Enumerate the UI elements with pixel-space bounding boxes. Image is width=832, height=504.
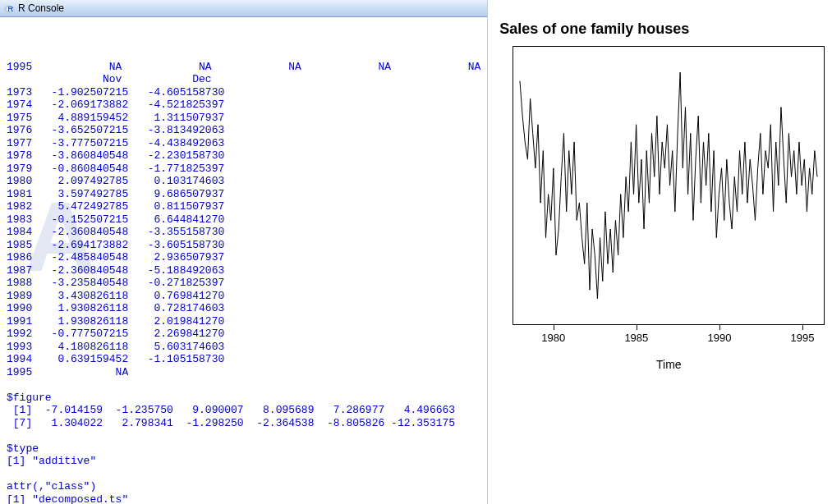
x-axis-label: Time	[513, 358, 825, 371]
plot-title: Sales of one family houses	[499, 21, 825, 38]
x-tick-label: 1990	[707, 332, 731, 344]
x-tick	[554, 325, 554, 330]
window-title: R Console	[18, 2, 64, 14]
x-tick-label: 1995	[791, 332, 815, 344]
titlebar[interactable]: R R Console	[0, 0, 487, 17]
svg-text:R: R	[7, 4, 13, 13]
console-body[interactable]: A 1995 NA NA NA NA NA Nov Dec 1973 -1.90…	[0, 17, 487, 504]
x-tick-label: 1980	[541, 332, 565, 344]
plot-area	[513, 46, 825, 325]
x-tick-label: 1985	[624, 332, 648, 344]
x-tick	[719, 325, 720, 330]
r-logo-icon: R	[3, 2, 15, 14]
x-axis-ticks: 1980198519901995	[513, 325, 825, 350]
timeseries-line	[513, 47, 824, 324]
x-tick	[637, 325, 637, 330]
x-tick	[802, 325, 803, 330]
r-console-window: R R Console A 1995 NA NA NA NA NA Nov De…	[0, 0, 488, 504]
plot-panel: Sales of one family houses 1980198519901…	[488, 0, 832, 504]
